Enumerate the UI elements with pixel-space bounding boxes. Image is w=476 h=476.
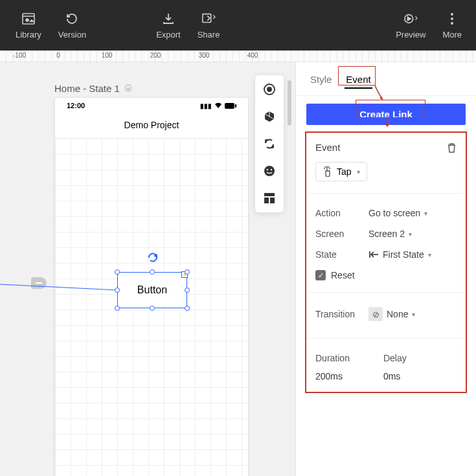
create-link-button[interactable]: Create Link bbox=[306, 104, 466, 125]
share-label: Share bbox=[198, 30, 220, 40]
selected-button-widget[interactable]: ⚡ Button bbox=[117, 272, 187, 308]
svg-rect-17 bbox=[270, 198, 275, 203]
screen-title-text: Home - State 1 bbox=[54, 83, 120, 94]
duration-label: Duration bbox=[315, 353, 350, 363]
status-time: 12:00 bbox=[67, 102, 85, 109]
svg-point-14 bbox=[271, 169, 272, 170]
delay-field[interactable]: Delay 0ms bbox=[383, 348, 407, 381]
delay-value: 0ms bbox=[383, 371, 407, 381]
trash-icon[interactable] bbox=[447, 142, 457, 153]
more-label: More bbox=[442, 30, 462, 40]
ruler-tick: 200 bbox=[150, 52, 161, 59]
transition-value: None bbox=[387, 309, 408, 319]
state-label: State bbox=[315, 249, 368, 260]
note-badge[interactable] bbox=[31, 277, 47, 289]
tab-event[interactable]: Event bbox=[345, 71, 372, 89]
svg-rect-15 bbox=[264, 193, 275, 196]
screen-label: Screen bbox=[315, 229, 368, 239]
svg-rect-16 bbox=[264, 198, 269, 203]
delay-label: Delay bbox=[383, 353, 407, 363]
reset-label: Reset bbox=[331, 270, 355, 280]
share-button[interactable]: Share bbox=[195, 6, 223, 45]
wifi-icon bbox=[214, 102, 222, 109]
more-button[interactable]: More bbox=[440, 6, 464, 45]
version-button[interactable]: Version bbox=[56, 6, 89, 45]
chevron-down-icon: ▾ bbox=[424, 210, 427, 217]
library-button[interactable]: Library bbox=[13, 6, 44, 45]
resize-handle[interactable] bbox=[150, 306, 155, 311]
ruler-horizontal: -100 0 100 200 300 400 bbox=[0, 51, 476, 62]
device-title: Demo Project bbox=[55, 113, 248, 139]
svg-line-9 bbox=[0, 284, 118, 290]
sync-tool-icon[interactable] bbox=[262, 136, 277, 152]
action-value: Go to screen bbox=[368, 208, 420, 218]
trigger-label: Tap bbox=[337, 166, 352, 177]
export-icon bbox=[161, 12, 176, 26]
version-label: Version bbox=[58, 30, 86, 40]
svg-rect-8 bbox=[235, 104, 236, 108]
resize-handle[interactable] bbox=[185, 288, 190, 293]
screen-row[interactable]: Screen Screen 2 ▾ bbox=[315, 223, 457, 244]
device-frame[interactable]: 12:00 ▮▮▮ Demo Project bbox=[54, 97, 249, 476]
preview-icon bbox=[403, 12, 418, 26]
action-row[interactable]: Action Go to screen ▾ bbox=[315, 203, 457, 223]
action-label: Action bbox=[315, 208, 368, 218]
export-button[interactable]: Export bbox=[153, 6, 183, 45]
ruler-tick: -100 bbox=[13, 52, 26, 59]
first-state-icon bbox=[368, 251, 379, 258]
svg-point-12 bbox=[264, 166, 275, 176]
event-panel: Event Tap ▾ Action Go to screen bbox=[305, 131, 467, 393]
reset-checkbox[interactable]: ✓ Reset bbox=[315, 265, 355, 280]
version-icon bbox=[65, 12, 79, 26]
share-icon bbox=[201, 12, 216, 26]
state-value: First State bbox=[383, 249, 424, 260]
tab-style[interactable]: Style bbox=[309, 71, 333, 89]
chevron-down-icon: ▾ bbox=[357, 168, 360, 176]
device-canvas[interactable]: ⚡ Button bbox=[55, 139, 248, 476]
library-icon bbox=[21, 12, 36, 26]
scrollbar-thumb[interactable] bbox=[288, 80, 291, 126]
svg-point-4 bbox=[451, 13, 453, 16]
tap-icon bbox=[323, 166, 332, 177]
transition-row[interactable]: Transition ⊘ None ▾ bbox=[315, 302, 457, 326]
resize-handle[interactable] bbox=[185, 269, 190, 275]
preview-button[interactable]: Preview bbox=[393, 6, 428, 45]
rotate-icon[interactable] bbox=[147, 252, 159, 264]
state-row[interactable]: State First State ▾ bbox=[315, 244, 457, 265]
canvas-area[interactable]: Home - State 1 12:00 ▮▮▮ Demo Proj bbox=[0, 62, 295, 476]
export-label: Export bbox=[156, 30, 181, 40]
chevron-down-icon: ▾ bbox=[409, 231, 412, 238]
target-tool-icon[interactable] bbox=[262, 82, 277, 97]
resize-handle[interactable] bbox=[115, 288, 120, 293]
library-label: Library bbox=[16, 30, 41, 40]
connection-line bbox=[0, 139, 130, 307]
gear-icon[interactable] bbox=[124, 84, 133, 93]
duration-value: 200ms bbox=[315, 371, 350, 381]
layout-tool-icon[interactable] bbox=[262, 190, 277, 206]
svg-point-13 bbox=[267, 169, 268, 170]
resize-handle[interactable] bbox=[115, 306, 120, 311]
svg-point-6 bbox=[451, 22, 453, 25]
duration-field[interactable]: Duration 200ms bbox=[315, 348, 350, 381]
ruler-tick: 0 bbox=[56, 52, 60, 59]
resize-handle[interactable] bbox=[185, 306, 190, 311]
chevron-down-icon: ▾ bbox=[412, 311, 415, 318]
svg-rect-7 bbox=[225, 103, 234, 109]
button-text: Button bbox=[137, 284, 167, 296]
more-icon bbox=[445, 12, 459, 26]
resize-handle[interactable] bbox=[150, 269, 155, 275]
none-icon: ⊘ bbox=[368, 307, 383, 321]
checkbox-checked-icon: ✓ bbox=[315, 270, 326, 280]
battery-icon bbox=[225, 103, 236, 109]
svg-point-11 bbox=[267, 87, 271, 91]
screen-title[interactable]: Home - State 1 bbox=[54, 83, 133, 94]
floating-toolbar bbox=[255, 75, 284, 212]
trigger-selector[interactable]: Tap ▾ bbox=[315, 162, 367, 181]
cube-tool-icon[interactable] bbox=[262, 109, 277, 124]
ruler-tick: 400 bbox=[247, 52, 258, 59]
status-bar: 12:00 ▮▮▮ bbox=[55, 98, 248, 113]
svg-point-1 bbox=[26, 19, 28, 21]
resize-handle[interactable] bbox=[115, 269, 120, 275]
chevron-down-icon: ▾ bbox=[428, 251, 431, 258]
emoji-tool-icon[interactable] bbox=[262, 163, 277, 179]
